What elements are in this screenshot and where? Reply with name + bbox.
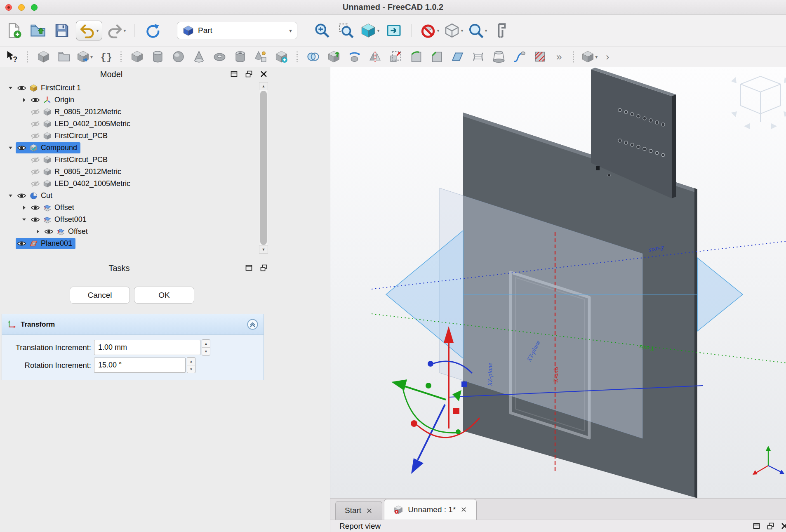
- ruled-surface-button[interactable]: [470, 49, 486, 65]
- undo-button[interactable]: ▾: [76, 21, 102, 40]
- scroll-up-button[interactable]: [259, 82, 268, 90]
- expressions-button[interactable]: {}: [97, 49, 113, 65]
- ok-button[interactable]: OK: [134, 287, 194, 304]
- revolve-button[interactable]: [346, 49, 362, 65]
- translation-increment-input[interactable]: [94, 340, 200, 355]
- primitive-cylinder-button[interactable]: [149, 49, 166, 65]
- tree-item-plane001[interactable]: Plane001: [0, 238, 257, 250]
- visibility-on-icon[interactable]: [17, 83, 26, 93]
- close-tab-button[interactable]: [460, 506, 467, 513]
- visibility-off-icon[interactable]: [31, 179, 40, 188]
- caret-right-icon[interactable]: [32, 228, 43, 235]
- tree-item-compound[interactable]: Compound: [0, 142, 257, 154]
- view-cube-button[interactable]: ▾: [444, 21, 464, 40]
- tab-start[interactable]: Start: [335, 501, 382, 520]
- redo-button[interactable]: ▾: [106, 21, 126, 40]
- visibility-on-icon[interactable]: [31, 203, 40, 212]
- primitive-torus-button[interactable]: [211, 49, 228, 65]
- toolbar-overflow-button[interactable]: ›: [606, 51, 609, 63]
- shape-builder-button[interactable]: [273, 49, 289, 65]
- tab-unnamed-1[interactable]: Unnamed : 1*: [384, 499, 477, 520]
- new-document-button[interactable]: [4, 21, 24, 40]
- visibility-on-icon[interactable]: [17, 191, 26, 200]
- primitive-cone-button[interactable]: [191, 49, 207, 65]
- dock-close-button[interactable]: [780, 522, 786, 530]
- 3d-viewport[interactable]: Z-axis Y-axis X-axis XZ-plane XY-plane: [330, 67, 786, 532]
- tree-item-cut[interactable]: Cut: [0, 190, 257, 202]
- make-face-button[interactable]: [449, 49, 466, 65]
- primitives-dialog-button[interactable]: [252, 49, 269, 65]
- primitive-tube-button[interactable]: [232, 49, 248, 65]
- fullscreen-window-button[interactable]: [31, 4, 38, 11]
- export-part-button[interactable]: ▾: [76, 49, 93, 65]
- group-folder-button[interactable]: [56, 49, 72, 65]
- tree-item-led-0402-1005metric[interactable]: LED_0402_1005Metric: [0, 118, 257, 130]
- open-file-button[interactable]: [28, 21, 48, 40]
- visibility-off-icon[interactable]: [31, 107, 40, 117]
- save-button[interactable]: [52, 21, 72, 40]
- step-down-icon[interactable]: [187, 365, 195, 373]
- close-tab-button[interactable]: [366, 507, 373, 514]
- scroll-down-button[interactable]: [259, 245, 268, 253]
- toolbar-overflow-button[interactable]: »: [556, 51, 562, 63]
- view-group-button[interactable]: ▾: [581, 49, 598, 65]
- tree-item-origin[interactable]: Origin: [0, 94, 257, 106]
- primitive-sphere-button[interactable]: [170, 49, 186, 65]
- sweep-button[interactable]: [511, 49, 527, 65]
- primitive-box-button[interactable]: [129, 49, 145, 65]
- visibility-off-icon[interactable]: [31, 155, 40, 165]
- visibility-off-icon[interactable]: [31, 167, 40, 177]
- visibility-on-icon[interactable]: [31, 95, 40, 105]
- clipping-plane-button[interactable]: ▾: [420, 21, 440, 40]
- minimize-window-button[interactable]: [18, 4, 25, 11]
- visibility-on-icon[interactable]: [17, 143, 26, 153]
- tree-item-led-0402-1005metric[interactable]: LED_0402_1005Metric: [0, 178, 257, 190]
- dock-minimize-button[interactable]: [245, 264, 253, 272]
- dock-close-button[interactable]: [259, 70, 268, 78]
- whats-this-button[interactable]: ?: [3, 49, 20, 65]
- visibility-on-icon[interactable]: [17, 239, 26, 248]
- caret-right-icon[interactable]: [19, 205, 29, 211]
- step-up-icon[interactable]: [187, 358, 195, 365]
- extrude-button[interactable]: [325, 49, 342, 65]
- import-part-button[interactable]: [35, 49, 52, 65]
- collapse-section-button[interactable]: [247, 318, 259, 330]
- dock-minimize-button[interactable]: [752, 522, 761, 530]
- refresh-button[interactable]: [142, 21, 162, 40]
- transform-header[interactable]: Transform: [2, 314, 264, 335]
- chamfer-button[interactable]: [428, 49, 445, 65]
- cancel-button[interactable]: Cancel: [70, 287, 130, 304]
- rotation-increment-input[interactable]: [94, 358, 186, 373]
- caret-down-icon[interactable]: [5, 145, 16, 151]
- toolbar-handle[interactable]: [120, 51, 122, 63]
- caret-down-icon[interactable]: [5, 193, 16, 199]
- dock-float-button[interactable]: [259, 264, 268, 272]
- dock-float-button[interactable]: [245, 70, 253, 78]
- tree-item-r-0805-2012metric[interactable]: R_0805_2012Metric: [0, 106, 257, 118]
- 3d-scene[interactable]: Z-axis Y-axis X-axis XZ-plane XY-plane: [330, 67, 786, 498]
- rotation-increment-stepper[interactable]: [187, 357, 195, 373]
- sync-view-button[interactable]: [384, 21, 404, 40]
- zoom-tools-button[interactable]: ▾: [468, 21, 487, 40]
- cross-section-button[interactable]: [532, 49, 548, 65]
- zoom-fit-button[interactable]: [312, 21, 332, 40]
- loft-button[interactable]: [490, 49, 507, 65]
- tree-item-firstcircut-pcb[interactable]: FirstCircut_PCB: [0, 154, 257, 166]
- measure-button[interactable]: [492, 21, 511, 40]
- toolbar-handle[interactable]: [572, 51, 575, 63]
- dock-minimize-button[interactable]: [230, 70, 238, 78]
- tree-item-firstcircut-pcb[interactable]: FirstCircut_PCB: [0, 130, 257, 142]
- tree-item-firstcircut-1[interactable]: FirstCircut 1: [0, 82, 257, 94]
- tree-item-offset[interactable]: Offset: [0, 202, 257, 214]
- mirror-button[interactable]: [367, 49, 383, 65]
- visibility-off-icon[interactable]: [31, 119, 40, 129]
- workbench-selector[interactable]: Part ▾: [177, 22, 297, 39]
- fillet-button[interactable]: [408, 49, 424, 65]
- dock-float-button[interactable]: [766, 522, 775, 530]
- scrollbar-thumb[interactable]: [260, 91, 267, 245]
- tree-item-offset001[interactable]: Offset001: [0, 214, 257, 226]
- toolbar-handle[interactable]: [26, 51, 29, 63]
- translation-increment-stepper[interactable]: [202, 339, 210, 355]
- axonometric-view-button[interactable]: ▾: [360, 21, 380, 40]
- caret-right-icon[interactable]: [19, 97, 29, 103]
